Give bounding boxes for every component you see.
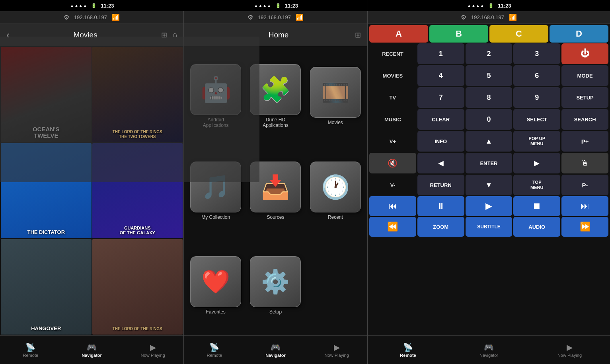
return-btn[interactable]: RETURN	[417, 175, 464, 195]
num-2-btn[interactable]: 2	[466, 43, 513, 64]
collection-label: My Collection	[201, 214, 230, 220]
nav-navigator-3[interactable]: 🎮 Navigator	[448, 343, 529, 358]
music-btn[interactable]: MUSIC	[369, 109, 416, 130]
setup-btn[interactable]: SETUP	[561, 87, 608, 108]
play-btn[interactable]: ▶	[466, 196, 513, 216]
home-icon-setup[interactable]: ⚙️ Setup	[247, 239, 304, 331]
arrow-left-btn[interactable]: ◀	[417, 153, 464, 173]
bottom-nav-2: 📡 Remote 🎮 Navigator ▶ Now Playing	[184, 335, 367, 364]
ip-address-3: 192.168.0.197	[471, 14, 504, 20]
popup-menu-btn[interactable]: POP UPMENU	[513, 131, 560, 152]
fast-forward-btn[interactable]: ⏩	[561, 217, 608, 237]
p-plus-btn[interactable]: P+	[561, 131, 608, 152]
color-buttons-row: A B C D	[369, 25, 608, 43]
color-button-c[interactable]: C	[489, 25, 548, 43]
grid-icon-home[interactable]: ⊞	[355, 31, 361, 39]
function-row: ⏪ ZOOM SUBTITLE AUDIO ⏩	[369, 217, 608, 237]
nav-nowplaying-2[interactable]: ▶ Now Playing	[306, 343, 367, 358]
num-7-btn[interactable]: 7	[417, 87, 464, 108]
pause-btn[interactable]: ⏸	[417, 196, 464, 216]
movie-poster-hangover[interactable]: HANGOVER	[1, 239, 92, 335]
status-bar-panel2: ▲▲▲▲ 🔋 11:23	[184, 0, 368, 11]
p-minus-btn[interactable]: P-	[561, 175, 608, 195]
num-5-btn[interactable]: 5	[466, 65, 513, 86]
search-btn[interactable]: SEARCH	[561, 109, 608, 130]
bottom-nav-1: 📡 Remote 🎮 Navigator ▶ Now Playing	[0, 335, 183, 364]
status-bar-panel1: ▲▲▲▲ 🔋 11:23	[0, 0, 184, 11]
wifi-icon-3: 📶	[509, 14, 517, 21]
nav-remote-1[interactable]: 📡 Remote	[0, 343, 61, 358]
nowplaying-label-1: Now Playing	[141, 353, 165, 358]
ip-bar-1: ⚙ 192.168.0.197 📶	[0, 11, 183, 24]
movie-poster-lotr2[interactable]: THE LORD OF THE RINGS	[92, 239, 183, 335]
audio-btn[interactable]: AUDIO	[513, 217, 560, 237]
setup-label: Setup	[269, 309, 282, 315]
num-6-btn[interactable]: 6	[513, 65, 560, 86]
recent-btn[interactable]: RECENT	[369, 43, 416, 64]
home-icon-movies[interactable]: 🎞️ Movies	[307, 50, 364, 142]
nav-navigator-1[interactable]: 🎮 Navigator	[61, 343, 123, 358]
movie-poster-oceans[interactable]: OCEAN'STWELVE	[1, 47, 92, 142]
home-icon-recent[interactable]: 🕐 Recent	[307, 145, 364, 237]
dune-label: Dune HDApplications	[263, 117, 288, 128]
v-plus-btn[interactable]: V+	[369, 131, 416, 152]
remote-label-3: Remote	[400, 353, 416, 358]
num-0-btn[interactable]: 0	[466, 109, 513, 130]
battery-icon-3: 🔋	[488, 3, 494, 8]
mouse-btn[interactable]: 🖱	[561, 153, 608, 173]
v-minus-btn[interactable]: V-	[369, 175, 416, 195]
battery-icon-1: 🔋	[91, 3, 97, 8]
num-9-btn[interactable]: 9	[513, 87, 560, 108]
stop-btn[interactable]: ⏹	[513, 196, 560, 216]
color-button-d[interactable]: D	[550, 25, 608, 43]
gear-icon-3[interactable]: ⚙	[461, 14, 466, 21]
signal-icon-1: ▲▲▲▲	[70, 3, 88, 8]
rewind-btn[interactable]: ⏪	[369, 217, 416, 237]
num-4-btn[interactable]: 4	[417, 65, 464, 86]
navigator-icon-3: 🎮	[484, 343, 494, 352]
remote-icon-1: 📡	[25, 343, 35, 352]
mode-btn[interactable]: MODE	[561, 65, 608, 86]
signal-icon-3: ▲▲▲▲	[467, 3, 485, 8]
nav-remote-3[interactable]: 📡 Remote	[368, 343, 448, 358]
home-icon-favorites[interactable]: ❤️ Favorites	[187, 239, 244, 331]
nav-remote-2[interactable]: 📡 Remote	[184, 343, 245, 358]
tv-btn[interactable]: TV	[369, 87, 416, 108]
nowplaying-icon-3: ▶	[567, 343, 573, 352]
skip-next-btn[interactable]: ⏭	[561, 196, 608, 216]
ip-bar-3: ⚙ 192.168.0.197 📶	[368, 11, 610, 24]
skip-prev-btn[interactable]: ⏮	[369, 196, 416, 216]
clear-btn[interactable]: CLEAR	[417, 109, 464, 130]
movies-btn[interactable]: MOVIES	[369, 65, 416, 86]
info-btn[interactable]: INFO	[417, 131, 464, 152]
subtitle-btn[interactable]: SUBTITLE	[466, 217, 513, 237]
num-8-btn[interactable]: 8	[466, 87, 513, 108]
movie-poster-lotr1[interactable]: THE LORD OF THE RINGSTHE TWO TOWERS	[92, 47, 183, 142]
nav-nowplaying-1[interactable]: ▶ Now Playing	[122, 343, 183, 358]
remote-content: A B C D RECENT 1 2 3 ⏻ MOVIES 4 5	[368, 24, 610, 335]
color-button-a[interactable]: A	[369, 25, 428, 43]
enter-btn[interactable]: ENTER	[466, 153, 513, 173]
power-btn[interactable]: ⏻	[561, 43, 608, 64]
remote-icon-2: 📡	[209, 343, 219, 352]
mute-btn[interactable]: 🔇	[369, 153, 416, 173]
nav-navigator-2[interactable]: 🎮 Navigator	[245, 343, 306, 358]
gear-icon-1[interactable]: ⚙	[64, 14, 69, 21]
gear-icon-2[interactable]: ⚙	[248, 14, 253, 21]
select-btn[interactable]: SELECT	[513, 109, 560, 130]
num-3-btn[interactable]: 3	[513, 43, 560, 64]
arrow-up-btn[interactable]: ▲	[466, 131, 513, 152]
zoom-btn[interactable]: ZOOM	[417, 217, 464, 237]
movies-label: Movies	[328, 120, 343, 125]
num-1-btn[interactable]: 1	[417, 43, 464, 64]
top-menu-btn[interactable]: TOPMENU	[513, 175, 560, 195]
navigator-label-3: Navigator	[479, 353, 498, 358]
nowplaying-label-3: Now Playing	[557, 353, 582, 358]
arrow-right-btn[interactable]: ▶	[513, 153, 560, 173]
favorites-label: Favorites	[206, 309, 225, 315]
nowplaying-icon-2: ▶	[334, 343, 340, 352]
nav-nowplaying-3[interactable]: ▶ Now Playing	[529, 343, 610, 358]
color-button-b[interactable]: B	[429, 25, 488, 43]
arrow-down-btn[interactable]: ▼	[466, 175, 513, 195]
navigator-label-2: Navigator	[265, 353, 286, 358]
